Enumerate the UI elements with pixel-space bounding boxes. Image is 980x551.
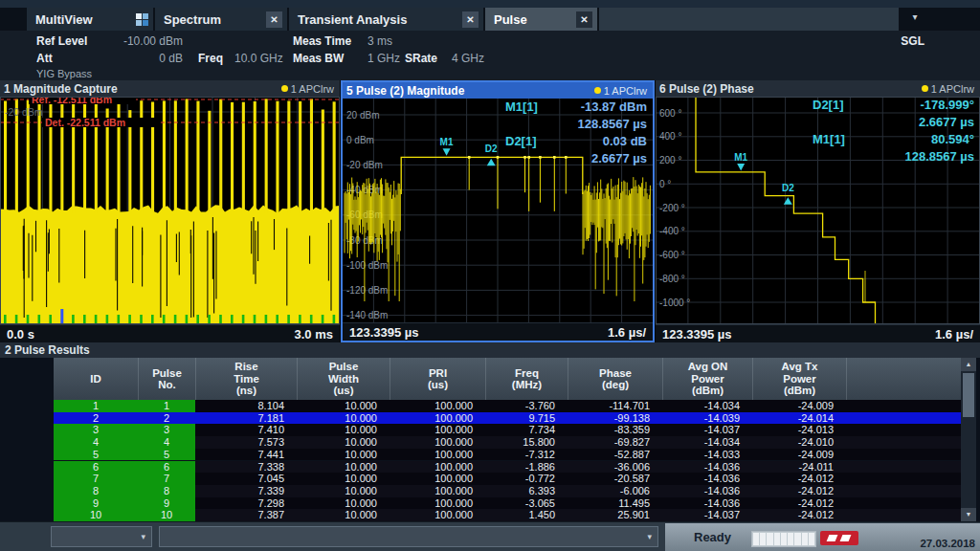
table-cell: 10.000 (297, 400, 377, 412)
table-cell: 10.000 (297, 497, 377, 510)
table-cell: -24.011 (752, 461, 834, 474)
svg-text:D2[1]: D2[1] (813, 98, 844, 112)
progress-segment (774, 533, 780, 545)
table-cell: -7.312 (485, 449, 555, 461)
meas-bw-value: 1 GHz (368, 52, 400, 65)
table-row[interactable]: 557.44110.000100.000-7.312-52.887-14.033… (54, 449, 961, 461)
table-cell: 7 (138, 473, 195, 485)
results-table-header: IDPulse No.Rise Time (ns)Pulse Width (us… (54, 358, 961, 400)
tab-transient-analysis[interactable]: Transient Analysis ✕ (289, 8, 483, 31)
table-cell: -83.359 (568, 424, 650, 436)
table-row[interactable]: 997.29810.000100.000-3.06511.495-14.036-… (54, 497, 961, 510)
table-scrollbar[interactable]: ▲ ▼ (961, 358, 976, 521)
table-cell: -99.138 (568, 412, 650, 425)
att-value: 0 dB (100, 52, 183, 65)
table-row[interactable]: 887.33910.000100.0006.393-6.006-14.036-2… (54, 485, 961, 497)
table-row[interactable]: 227.18110.000100.0009.715-99.138-14.039-… (54, 412, 961, 425)
date-time: 27.03.2018 10:15:02 (920, 525, 975, 551)
table-cell: -24.014 (752, 412, 834, 425)
table-cell: -24.012 (752, 509, 834, 521)
scroll-down-icon[interactable]: ▼ (961, 508, 976, 521)
table-cell: -14.037 (662, 424, 740, 436)
phase-chart-svg: 600 °400 °200 °0 °-200 °-400 °-600 °-800… (656, 97, 980, 324)
table-cell: 7.387 (195, 509, 284, 521)
magnitude-chart-svg: 20 dBm0 dBm-20 dBm-40 dBm-60 dBm-80 dBm-… (343, 99, 653, 322)
table-cell: -14.037 (662, 509, 740, 521)
table-cell: -14.033 (662, 449, 740, 461)
table-cell: 100.000 (390, 400, 473, 412)
table-row[interactable]: 777.04510.000100.000-0.772-20.587-14.036… (54, 473, 961, 485)
table-cell: -36.006 (568, 461, 650, 474)
top-strip (0, 0, 980, 8)
table-cell: 10.000 (297, 461, 377, 474)
capture-chart[interactable]: Ref. -12.511 dBm-20 dBmDet. -22.511 dBm (0, 97, 340, 324)
capture-chart-svg: Ref. -12.511 dBm-20 dBmDet. -22.511 dBm (0, 97, 340, 324)
window-title-bar[interactable]: 1 Magnitude Capture 1 APClrw (0, 80, 340, 97)
window-title-bar[interactable]: 5 Pulse (2) Magnitude 1 APClrw (343, 82, 653, 99)
svg-text:128.8567 µs: 128.8567 µs (577, 117, 647, 131)
tab-spectrum[interactable]: Spectrum ✕ (155, 8, 287, 31)
window-title: 6 Pulse (2) Phase (659, 82, 922, 96)
progress-segment (781, 533, 787, 545)
svg-text:-140 dBm: -140 dBm (346, 310, 388, 320)
close-icon[interactable]: ✕ (266, 11, 282, 28)
progress-segment (802, 533, 808, 545)
srate-label: SRate (405, 52, 437, 65)
progress-segment (794, 533, 800, 545)
svg-text:M1[1]: M1[1] (813, 132, 845, 146)
column-header: ID (54, 358, 138, 400)
table-cell: -6.006 (568, 485, 650, 497)
window-pulse-phase: 6 Pulse (2) Phase 1 APClrw 600 °400 °200… (656, 80, 980, 342)
table-cell: 9 (138, 497, 195, 510)
svg-text:0 dBm: 0 dBm (346, 135, 374, 145)
table-cell: 9 (54, 497, 138, 510)
x-axis-start: 123.3395 µs (349, 325, 419, 340)
tab-multiview[interactable]: MultiView (27, 8, 153, 31)
table-row[interactable]: 118.10410.000100.000-3.760-114.701-14.03… (54, 400, 961, 412)
svg-text:-200 °: -200 ° (659, 203, 685, 213)
magnitude-x-axis: 123.3395 µs 1.6 µs/ (343, 322, 653, 341)
table-cell: 7.181 (195, 412, 284, 425)
window-title-bar[interactable]: 6 Pulse (2) Phase 1 APClrw (656, 80, 980, 97)
table-cell: 7.045 (195, 473, 284, 485)
table-cell: -24.013 (752, 424, 834, 436)
channel-tab-bar: MultiView Spectrum ✕ Transient Analysis … (0, 8, 980, 31)
table-cell: -3.760 (485, 400, 555, 412)
table-cell: 1.450 (485, 509, 555, 521)
ready-status: Ready (694, 530, 731, 544)
svg-text:2.6677 µs: 2.6677 µs (591, 151, 647, 165)
date: 27.03.2018 (920, 538, 975, 549)
magnitude-chart[interactable]: 20 dBm0 dBm-20 dBm-40 dBm-60 dBm-80 dBm-… (343, 99, 653, 322)
svg-text:D2: D2 (782, 183, 794, 193)
table-row[interactable]: 667.33810.000100.000-1.886-36.006-14.036… (54, 461, 961, 474)
ref-level-label: Ref Level (36, 34, 87, 48)
column-header: Rise Time (ns) (195, 358, 297, 400)
progress-segment (760, 533, 766, 545)
table-row[interactable]: 337.41010.000100.0007.734-83.359-14.037-… (54, 424, 961, 436)
table-row[interactable]: 447.57310.000100.00015.800-69.827-14.034… (54, 436, 961, 449)
close-icon[interactable]: ✕ (462, 11, 479, 28)
column-header: Avg Tx Power (dBm) (752, 358, 846, 400)
results-table-rows: 118.10410.000100.000-3.760-114.701-14.03… (54, 400, 961, 521)
chevron-down-icon: ▾ (141, 532, 145, 541)
att-label: Att (36, 52, 53, 65)
table-cell: 5 (138, 449, 195, 461)
svg-text:-120 dBm: -120 dBm (346, 285, 388, 296)
scroll-up-icon[interactable]: ▲ (961, 358, 976, 371)
table-row[interactable]: 10107.38710.000100.0001.45025.901-14.037… (54, 509, 961, 521)
table-cell: 7.441 (195, 449, 284, 461)
status-dropdown[interactable]: ▾ (51, 526, 152, 547)
phase-chart[interactable]: 600 °400 °200 °0 °-200 °-400 °-600 °-800… (656, 97, 980, 324)
svg-text:-100 dBm: -100 dBm (346, 260, 388, 271)
table-cell: 9.715 (485, 412, 555, 425)
tab-overview-dropdown[interactable]: ▾ (903, 9, 926, 26)
status-message-field[interactable]: ▾ (159, 526, 658, 547)
progress-bar (751, 531, 816, 547)
svg-text:0.03 dB: 0.03 dB (603, 134, 647, 148)
close-icon[interactable]: ✕ (576, 11, 592, 28)
svg-text:200 °: 200 ° (659, 155, 681, 165)
analyzer-screen: MultiView Spectrum ✕ Transient Analysis … (0, 0, 980, 551)
scrollbar-thumb[interactable] (963, 373, 974, 417)
tab-pulse[interactable]: Pulse ✕ (485, 8, 597, 31)
table-cell: 10.000 (297, 436, 377, 449)
